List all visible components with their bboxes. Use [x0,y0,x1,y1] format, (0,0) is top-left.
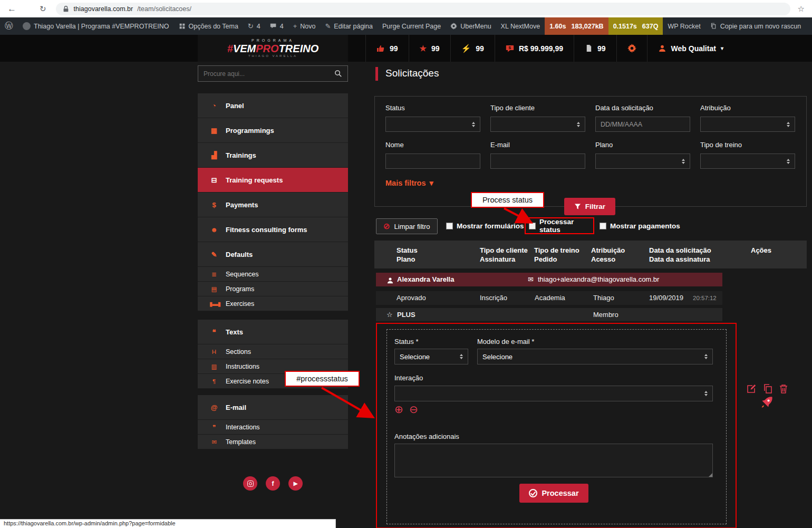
box-icon: ▤ [209,285,219,293]
show-payments-checkbox-row[interactable]: Mostrar pagamentos [600,222,680,230]
copy-to-draft-link[interactable]: Copie para um novo rascun [705,17,806,35]
site-menu[interactable]: Thiago Varella | Programa #VEMPROTREINO [18,17,174,35]
refresh-button[interactable]: ↻ [40,4,46,14]
filter-button[interactable]: Filtrar [564,198,615,215]
chevron-down-icon: ▾ [430,179,433,187]
annotation-arrow [315,386,382,425]
status-filter-select[interactable] [385,117,480,132]
address-bar[interactable]: thiagovarella.com.br/team/solicitacoes/ [56,3,790,15]
annotation-process-status: Process status [471,192,544,208]
edit-request-button[interactable] [746,383,757,396]
atribuicao-filter-select[interactable] [700,117,795,132]
form-email-model-select[interactable]: Selecione [477,349,713,364]
back-button[interactable]: ← [7,4,16,14]
users-icon: ☻ [209,226,219,234]
bookmark-icon[interactable]: ☆ [798,4,805,14]
ubermenu-link[interactable]: UberMenu [446,17,496,35]
clear-filter-button[interactable]: ⊘ Limpar filtro [376,218,438,234]
launch-button[interactable] [760,396,774,411]
tipo-cliente-filter-select[interactable] [490,117,585,132]
instagram-button[interactable] [243,476,257,491]
table-row-client[interactable]: Alexandra Varella ✉ thiago+alexandra@thi… [376,273,722,286]
checkbox[interactable] [600,223,606,229]
duplicate-request-button[interactable] [762,383,773,396]
youtube-button[interactable]: ▶ [288,476,303,491]
sidebar-item-texts[interactable]: ❝Texts [198,320,348,344]
wp-logo-menu[interactable]: Ⓦ [0,17,18,35]
new-content-link[interactable]: + Novo [288,17,321,35]
checkbox[interactable] [446,223,453,229]
user-menu[interactable]: Web Qualitat ▾ [647,35,734,62]
form-status-select[interactable]: Selecione [394,349,468,364]
edit-icon [746,383,757,394]
sort-arrows-icon [472,122,475,127]
stat-money[interactable]: $ R$ 99.999,99 [495,35,574,62]
column-data: Data da solicitaçãoData da assinatura [649,246,711,264]
sidebar-item-programmings[interactable]: ▦Programmings [198,118,348,143]
edit-page-link[interactable]: ✎ Editar página [320,17,378,35]
sidebar-item-programs[interactable]: ▤Programs [198,282,348,296]
sidebar-item-exercises[interactable]: ▮▬▮Exercises [198,296,348,311]
stat-bolts[interactable]: ⚡ 99 [450,35,495,62]
more-filters-toggle[interactable]: Mais filtros ▾ [385,179,433,187]
facebook-button[interactable]: f [266,476,280,491]
form-interaction-select[interactable] [394,386,713,401]
social-links: f ▶ [198,476,348,491]
search-input[interactable] [204,70,330,78]
delete-request-button[interactable] [778,383,789,396]
sidebar-item-sequences[interactable]: ≣Sequences [198,267,348,282]
sidebar-item-payments[interactable]: $Payments [198,193,348,217]
column-status-plano: StatusPlano [397,246,418,264]
nextmove-link[interactable]: XL NextMove [496,17,545,35]
sidebar-item-trainings[interactable]: ▟Trainings [198,143,348,168]
nome-input[interactable] [385,153,480,169]
theme-options-link[interactable]: Opções do Tema [174,17,243,35]
star-icon: ★ [420,44,427,53]
sort-arrows-icon [704,354,708,359]
resize-handle[interactable] [709,473,712,477]
settings-button[interactable] [616,35,647,62]
tipo-treino-filter-select[interactable] [700,153,795,169]
filter-label-status: Status [385,104,480,112]
gear-icon [627,44,636,53]
rocket-icon [760,396,774,409]
query-monitor-queries[interactable]: 0.1517s 637Q [608,17,663,35]
stat-stars[interactable]: ★ 99 [409,35,450,62]
sort-arrows-icon [787,159,790,164]
sidebar-item-templates[interactable]: ✉Templates [198,435,348,449]
site-logo[interactable]: PROGRAMA #VEMPROTREINO THIAGO VARELLA [198,35,348,62]
person-icon [386,277,394,284]
updates-link[interactable]: ↻ 4 [243,17,265,35]
sidebar-search-box [198,65,348,82]
data-solicitacao-input[interactable] [595,117,690,132]
column-atribuicao: AtribuiçãoAcesso [591,246,625,264]
filter-label-tipo-cliente: Tipo de cliente [490,104,585,112]
dumbbell-icon: ▮▬▮ [209,300,219,308]
site-header: PROGRAMA #VEMPROTREINO THIAGO VARELLA 99… [0,35,812,62]
sort-arrows-icon [787,122,790,127]
sidebar-item-sections[interactable]: HSections [198,344,348,359]
search-icon[interactable] [334,70,342,78]
wp-admin-bar: Ⓦ Thiago Varella | Programa #VEMPROTREIN… [0,17,812,35]
cell-hora: 20:57:12 [693,291,717,305]
sidebar-item-defaults[interactable]: ✎Defaults [198,242,348,267]
remove-interaction-button[interactable]: ⊖ [409,404,418,415]
sidebar-item-fitness-consulting-forms[interactable]: ☻Fitness consulting forms [198,217,348,242]
plano-filter-select[interactable] [595,153,690,169]
process-button[interactable]: Processar [519,484,588,503]
email-input[interactable] [490,153,585,169]
wp-rocket-link[interactable]: WP Rocket [663,17,705,35]
stat-likes[interactable]: 99 [365,35,409,62]
query-monitor-time[interactable]: 1.60s 183,027kB [545,17,608,35]
stat-documents[interactable]: 99 [574,35,616,62]
form-email-model-label: Modelo de e-mail * [477,338,534,345]
add-interaction-button[interactable]: ⊕ [394,404,403,415]
form-status-label: Status * [394,338,419,345]
sidebar-item-training-requests[interactable]: ⊟Training requests [198,168,348,193]
pencil-icon: ✎ [325,22,331,30]
additional-notes-textarea[interactable] [394,444,713,477]
purge-page-link[interactable]: Purge Current Page [378,17,446,35]
sidebar-item-panel[interactable]: ◔Panel [198,93,348,118]
comments-link[interactable]: 4 [265,17,288,35]
annotation-processstatus-tag: #processstatus [285,371,360,387]
